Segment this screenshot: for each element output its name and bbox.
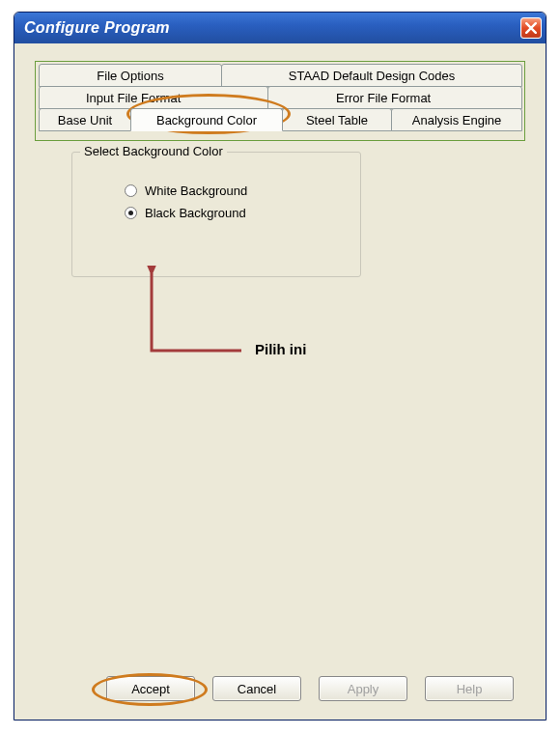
tab-background-color[interactable]: Background Color <box>130 108 283 131</box>
radio-row-white[interactable]: White Background <box>125 184 360 198</box>
tab-content: Select Background Color White Background… <box>35 148 525 655</box>
radio-label-black: Black Background <box>145 206 246 220</box>
radio-row-black[interactable]: Black Background <box>125 206 360 220</box>
close-icon <box>525 22 537 34</box>
accept-button[interactable]: Accept <box>106 676 195 701</box>
tab-error-file-format[interactable]: Error File Format <box>267 86 522 109</box>
client-area: File Options STAAD Default Design Codes … <box>17 45 543 717</box>
tabs-container: File Options STAAD Default Design Codes … <box>35 61 525 141</box>
tab-analysis-engine[interactable]: Analysis Engine <box>391 108 522 131</box>
annotation-arrow <box>127 266 301 381</box>
cancel-button[interactable]: Cancel <box>212 676 301 701</box>
tab-staad-default-design-codes[interactable]: STAAD Default Design Codes <box>221 64 522 87</box>
radio-black-background[interactable] <box>125 207 137 219</box>
titlebar: Configure Program <box>14 13 546 43</box>
dialog-window: Configure Program File Options STAAD Def… <box>14 12 546 720</box>
tab-base-unit[interactable]: Base Unit <box>39 108 131 131</box>
groupbox-background-color: Select Background Color White Background… <box>71 152 361 277</box>
help-button[interactable]: Help <box>425 676 514 701</box>
tab-file-options[interactable]: File Options <box>39 64 222 87</box>
apply-button[interactable]: Apply <box>319 676 407 701</box>
radio-label-white: White Background <box>145 184 247 198</box>
close-button[interactable] <box>520 17 542 39</box>
tab-panel-edge <box>39 130 521 140</box>
tab-steel-table[interactable]: Steel Table <box>282 108 392 131</box>
groupbox-title: Select Background Color <box>80 144 227 158</box>
window-title: Configure Program <box>24 19 170 37</box>
radio-white-background[interactable] <box>125 184 137 197</box>
tab-input-file-format[interactable]: Input File Format <box>39 86 268 109</box>
button-bar: Accept Cancel Apply Help <box>17 672 543 705</box>
annotation-label: Pilih ini <box>255 341 306 357</box>
